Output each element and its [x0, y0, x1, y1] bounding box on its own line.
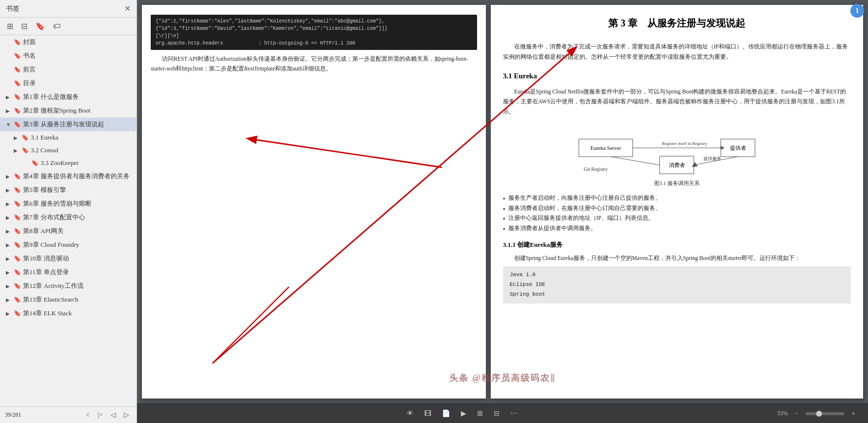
sidebar-item-label: 第13章 ElasticSearch: [23, 295, 133, 304]
sidebar-item-label: 第1章 什么是微服务: [23, 93, 133, 101]
bookmark-icon-1[interactable]: ⊞: [5, 21, 15, 32]
sidebar-item-label: 3.2 Consul: [31, 146, 133, 154]
eye-icon[interactable]: 👁: [405, 408, 415, 420]
bookmark-item-icon: 🔖: [14, 269, 21, 276]
sidebar-item-ch4[interactable]: ▶🔖第4章 服务提供者与服务消费者的关务: [0, 169, 137, 183]
bookmark-item-icon: 🔖: [14, 228, 21, 235]
sidebar-nav: 🔖封面🔖书名🔖前言🔖目录▶🔖第1章 什么是微服务▶🔖第2章 微框架Spring …: [0, 35, 137, 406]
bookmark-item-icon: 🔖: [14, 310, 21, 317]
bullet-item: 注册中心返回服务提供者的地址（IP、端口）列表信息。: [503, 213, 851, 223]
create-desc: 创建Spring Cloud Eureka服务，只创建一个空的Maven工程，并…: [503, 253, 851, 263]
sidebar-item-ch13[interactable]: ▶🔖第13章 ElasticSearch: [0, 293, 137, 306]
bookmark-item-icon: 🔖: [14, 187, 21, 194]
sidebar-item-ch9[interactable]: ▶🔖第9章 Cloud Foundry: [0, 238, 137, 252]
sidebar-item-ch3-3[interactable]: 🔖3.3 ZooKeeper: [0, 157, 137, 169]
pdf-page-left: {"id":2,"firstName":"Alex","lastName":"K…: [142, 5, 486, 399]
chapter-intro: 在微服务中，消费者为了完成一次服务请求，需要知道具体服务的详细地址（IP和端口）…: [503, 42, 851, 62]
arrow-icon: ▶: [6, 256, 12, 261]
bookmark-item-icon: 🔖: [14, 66, 21, 73]
sidebar-item-ch3-1[interactable]: ▶🔖3.1 Eureka: [0, 131, 137, 144]
svg-text:Git Registry: Git Registry: [584, 166, 608, 172]
sidebar-item-ch3-2[interactable]: ▶🔖3.2 Consul: [0, 144, 137, 157]
bottom-center-icons: 👁 🎞 📄 ▶ ⊞ ⊟ ⋯: [405, 407, 519, 420]
last-page-btn[interactable]: |>: [95, 410, 105, 420]
diagram-caption: 图3.1 服务调用关系: [654, 179, 700, 188]
zoom-value: 33%: [777, 410, 788, 417]
arrow-icon: ▶: [6, 188, 12, 193]
chapter-title: 第 3 章 从服务注册与发现说起: [503, 15, 851, 32]
close-icon[interactable]: ✕: [124, 4, 131, 13]
sidebar-item-ch5[interactable]: ▶🔖第5章 模板引擎: [0, 183, 137, 197]
film-icon[interactable]: 🎞: [422, 408, 433, 420]
diagram-svg: Eureka Server 提供者 消费者 Git Registry Regis…: [574, 122, 779, 176]
sidebar-item-label: 第12章 Activity工作流: [23, 282, 133, 290]
zoom-minus-btn[interactable]: －: [792, 407, 801, 420]
code-line-3: [\r][\n]: [156, 32, 472, 40]
bookmark-item-icon: 🔖: [14, 107, 21, 115]
arrow-icon: ▶: [6, 108, 12, 114]
bullet-item: 服务消费者启动时，在服务注册中心订阅自己需要的服务。: [503, 203, 851, 213]
bottom-toolbar: 👁 🎞 📄 ▶ ⊞ ⊟ ⋯ 33% － ＋: [137, 403, 868, 423]
bookmark-item-icon: 🔖: [22, 147, 29, 154]
svg-text:Eureka Server: Eureka Server: [591, 145, 621, 151]
sidebar-item-ch3[interactable]: ▼🔖第3章 从服务注册与发现说起: [0, 118, 137, 131]
bookmark-icon-4[interactable]: 🏷: [51, 21, 63, 32]
pdf-container: {"id":2,"firstName":"Alex","lastName":"K…: [137, 0, 868, 403]
sidebar-item-toc[interactable]: 🔖目录: [0, 76, 137, 90]
bookmark-item-icon: 🔖: [14, 282, 21, 290]
arrow-icon: ▶: [6, 297, 12, 303]
sidebar-item-ch1[interactable]: ▶🔖第1章 什么是微服务: [0, 90, 137, 104]
sidebar-item-ch7[interactable]: ▶🔖第7章 分布式配置中心: [0, 211, 137, 224]
sidebar-item-ch6[interactable]: ▶🔖第6章 服务的雪崩与熔断: [0, 197, 137, 211]
arrow-icon: ▶: [6, 215, 12, 220]
sidebar-item-label: 第4章 服务提供者与服务消费者的关务: [23, 172, 133, 181]
arrow-icon: ▼: [6, 122, 12, 127]
sidebar-item-label: 第11章 单点登录: [23, 268, 133, 277]
env-box: Java 1.8Eclipse IDESpring boot: [503, 266, 851, 303]
sidebar-item-ch14[interactable]: ▶🔖第14章 ELK Stack: [0, 306, 137, 320]
more-icon[interactable]: ⋯: [508, 407, 519, 420]
sidebar-item-label: 前言: [23, 65, 133, 74]
eureka-desc: Eureka是Spring Cloud Netflix微服务套件中的一部分，可以…: [503, 87, 851, 117]
bookmark-icon-3[interactable]: 🔖: [33, 21, 47, 32]
doc-icon[interactable]: 📄: [440, 407, 452, 420]
sidebar-item-preface[interactable]: 🔖前言: [0, 63, 137, 76]
bookmark-item-icon: 🔖: [14, 94, 21, 101]
topright-badge: 1: [850, 4, 864, 18]
env-item: Eclipse IDE: [510, 280, 844, 290]
bookmark-item-icon: 🔖: [14, 296, 21, 304]
bookmark-item-icon: 🔖: [14, 214, 21, 221]
sidebar-item-ch12[interactable]: ▶🔖第12章 Activity工作流: [0, 279, 137, 293]
zoom-plus-btn[interactable]: ＋: [848, 407, 858, 420]
sidebar-item-label: 第2章 微框架Spring Boot: [23, 106, 133, 115]
sidebar-item-ch8[interactable]: ▶🔖第8章 API网关: [0, 224, 137, 238]
env-item: Java 1.8: [510, 270, 844, 280]
sidebar-item-label: 第7章 分布式配置中心: [23, 213, 133, 222]
sidebar-item-cover[interactable]: 🔖封面: [0, 35, 137, 49]
bottom-right-zoom: 33% － ＋: [777, 407, 858, 420]
sidebar-item-title[interactable]: 🔖书名: [0, 49, 137, 63]
page-info: 39/281: [5, 411, 80, 419]
bookmark-item-icon: 🔖: [14, 241, 21, 249]
sidebar-item-label: 第8章 API网关: [23, 227, 133, 235]
play-icon[interactable]: ▶: [459, 407, 468, 420]
grid-icon[interactable]: ⊞: [475, 407, 485, 420]
sidebar-item-ch10[interactable]: ▶🔖第10章 消息驱动: [0, 252, 137, 265]
bookmark-item-icon: 🔖: [14, 173, 21, 180]
forward-btn[interactable]: ▷: [121, 410, 132, 420]
layer-icon[interactable]: ⊟: [492, 407, 502, 420]
code-line-1: {"id":2,"firstName":"Alex","lastName":"K…: [156, 18, 472, 25]
sidebar-item-ch11[interactable]: ▶🔖第11章 单点登录: [0, 265, 137, 279]
arrow-icon: ▶: [6, 311, 12, 316]
bookmark-item-icon: 🔖: [14, 200, 21, 208]
sidebar-header: 书签 ✕: [0, 0, 137, 18]
back-btn[interactable]: ◁: [108, 410, 118, 420]
subsection-3-1-1: 3.1.1 创建Eureka服务: [503, 239, 851, 251]
sidebar-item-ch2[interactable]: ▶🔖第2章 微框架Spring Boot: [0, 104, 137, 118]
prev-page-btn[interactable]: <: [83, 410, 92, 420]
svg-text:提供服务: 提供服务: [704, 156, 721, 161]
sidebar-item-label: 第9章 Cloud Foundry: [23, 240, 133, 249]
svg-text:消费者: 消费者: [669, 162, 685, 168]
sidebar-item-label: 第5章 模板引擎: [23, 186, 133, 194]
bookmark-icon-2[interactable]: ⊟: [19, 21, 29, 32]
